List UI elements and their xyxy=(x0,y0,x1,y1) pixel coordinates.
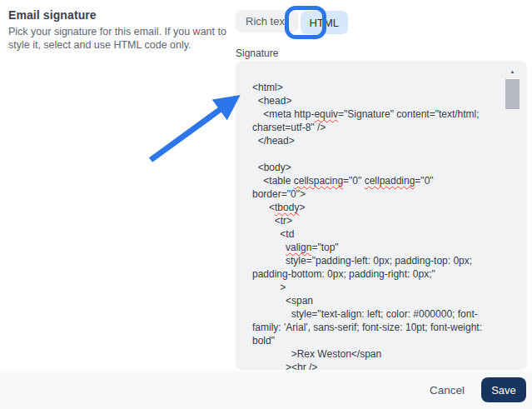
save-button[interactable]: Save xyxy=(481,377,526,402)
signature-field-label: Signature xyxy=(236,47,278,59)
misspelled-word: br xyxy=(297,362,306,370)
misspelled-word: equiv xyxy=(314,108,338,120)
misspelled-word: tbody xyxy=(275,202,299,213)
misspelled-word: valign xyxy=(286,242,311,253)
scrollbar[interactable]: ▲ xyxy=(505,67,520,365)
signature-code-editor[interactable]: <html> <head> <meta http-equiv="Signatur… xyxy=(236,61,527,370)
misspelled-word: cellpadding xyxy=(365,175,415,187)
footer-action-bar: Cancel Save xyxy=(0,371,532,409)
cancel-button[interactable]: Cancel xyxy=(426,379,468,402)
html-tab-button[interactable]: HTML xyxy=(301,11,348,34)
page-description: Pick your signature for this email. If y… xyxy=(8,25,230,52)
misspelled-word: cellspacing xyxy=(294,175,343,187)
email-signature-settings-panel: Email signature Pick your signature for … xyxy=(0,0,532,409)
scroll-up-icon[interactable]: ▲ xyxy=(505,67,520,76)
scrollbar-thumb[interactable] xyxy=(505,79,520,109)
code-content: <html> <head> <meta http-equiv="Signatur… xyxy=(252,81,507,370)
signature-settings-description: Email signature Pick your signature for … xyxy=(8,8,230,52)
signature-mode-toggle: Rich text HTML xyxy=(236,10,348,34)
rich-text-tab-button[interactable]: Rich text xyxy=(236,10,298,32)
page-title: Email signature xyxy=(8,8,230,22)
